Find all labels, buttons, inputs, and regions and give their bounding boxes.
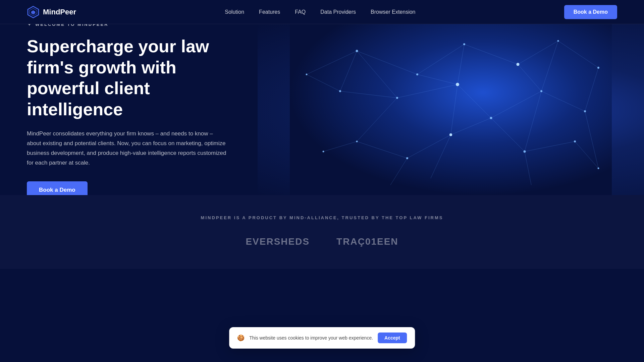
book-demo-nav-button[interactable]: Book a Demo xyxy=(564,5,617,19)
hero-content: ✦ WELCOME TO MINDPEER Supercharge your l… xyxy=(0,24,268,195)
eyebrow-icon: ✦ xyxy=(27,24,32,28)
svg-marker-2 xyxy=(31,10,35,14)
nav-data-providers[interactable]: Data Providers xyxy=(320,9,356,15)
hero-background xyxy=(258,24,644,195)
logo-link[interactable]: MindPeer xyxy=(27,6,76,18)
hero-eyebrow: ✦ WELCOME TO MINDPEER xyxy=(27,24,241,28)
hero-description: MindPeer consolidates everything your fi… xyxy=(27,129,228,168)
nav-links: Solution Features FAQ Data Providers Bro… xyxy=(225,9,415,15)
trusted-logo-traç01een: TRAÇ01EEN xyxy=(336,236,398,247)
hero-title: Supercharge your law firm's growth with … xyxy=(27,36,241,120)
hero-section: ✦ WELCOME TO MINDPEER Supercharge your l… xyxy=(0,24,644,195)
logo-icon xyxy=(27,6,40,18)
navbar: MindPeer Solution Features FAQ Data Prov… xyxy=(0,0,644,24)
book-demo-hero-button[interactable]: Book a Demo xyxy=(27,181,88,195)
trusted-section: MINDPEER IS A PRODUCT BY MIND-ALLIANCE, … xyxy=(0,195,644,269)
trusted-logo-eversheds: EVERSHEDS xyxy=(246,236,310,247)
nav-faq[interactable]: FAQ xyxy=(295,9,306,15)
trusted-logos: EVERSHEDS TRAÇ01EEN xyxy=(27,236,617,247)
eyebrow-text: WELCOME TO MINDPEER xyxy=(35,24,109,27)
nav-features[interactable]: Features xyxy=(259,9,280,15)
logo-text: MindPeer xyxy=(43,8,76,16)
cookie-icon: 🍪 xyxy=(237,334,245,342)
nav-solution[interactable]: Solution xyxy=(225,9,244,15)
cookie-accept-button[interactable]: Accept xyxy=(378,333,407,343)
trusted-label: MINDPEER IS A PRODUCT BY MIND-ALLIANCE, … xyxy=(27,215,617,220)
cookie-banner: 🍪 This website uses cookies to improve y… xyxy=(229,327,415,349)
cookie-text: This website uses cookies to improve you… xyxy=(249,335,373,341)
nav-browser-extension[interactable]: Browser Extension xyxy=(371,9,415,15)
